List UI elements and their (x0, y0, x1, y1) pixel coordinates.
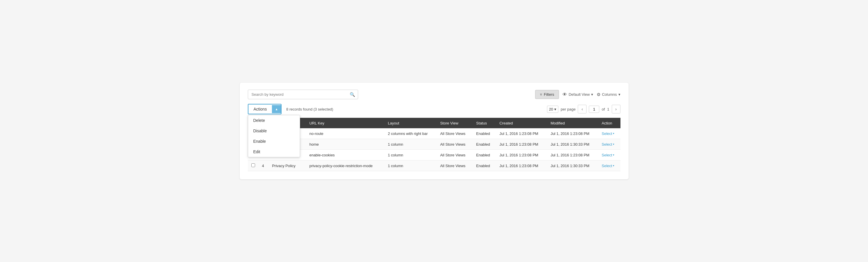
row-modified: Jul 1, 2016 1:30:33 PM (547, 139, 598, 150)
search-wrap: 🔍 (248, 90, 358, 99)
header-modified: Modified (547, 118, 598, 128)
row-status: Enabled (473, 128, 496, 139)
chevron-down-icon-cols: ▾ (618, 92, 620, 97)
toolbar: 🔍 ▿ Filters 👁 Default View ▾ ⚙ Columns ▾ (248, 90, 620, 99)
table-row: no-route 2 columns with right bar All St… (248, 128, 620, 139)
row-action: Select ▾ (598, 128, 620, 139)
row-modified: Jul 1, 2016 1:23:08 PM (547, 128, 598, 139)
row-created: Jul 1, 2016 1:23:08 PM (496, 160, 547, 171)
row-layout: 1 column (384, 160, 436, 171)
row-modified: Jul 1, 2016 1:30:33 PM (547, 160, 598, 171)
toolbar-right: ▿ Filters 👁 Default View ▾ ⚙ Columns ▾ (535, 90, 620, 99)
header-created: Created (496, 118, 547, 128)
select-action-button[interactable]: Select ▾ (601, 164, 614, 168)
select-caret-icon: ▾ (613, 164, 614, 167)
table-row: 4 Privacy Policy privacy-policy-cookie-r… (248, 160, 620, 171)
row-store-view: All Store Views (437, 150, 473, 160)
dropdown-item-delete[interactable]: Delete (248, 115, 300, 126)
row-store-view: All Store Views (437, 139, 473, 150)
actions-dropdown-wrap: Actions ▲ Delete Disable Enable Edit (248, 104, 282, 114)
filter-icon: ▿ (540, 92, 542, 97)
default-view-button[interactable]: 👁 Default View ▾ (562, 92, 593, 97)
actions-dropdown-menu: Delete Disable Enable Edit (248, 115, 300, 157)
row-status: Enabled (473, 139, 496, 150)
actions-row: Actions ▲ Delete Disable Enable Edit 8 r… (248, 104, 620, 114)
header-url-key: URL Key (306, 118, 384, 128)
row-layout: 2 columns with right bar (384, 128, 436, 139)
search-input[interactable] (248, 90, 358, 99)
chevron-down-icon: ▾ (591, 92, 593, 97)
select-caret-icon: ▾ (613, 132, 614, 135)
header-store-view: Store View (437, 118, 473, 128)
row-url-key: no-route (306, 128, 384, 139)
row-status: Enabled (473, 150, 496, 160)
data-table: # Title URL Key Layout Store View Status… (248, 118, 620, 171)
row-store-view: All Store Views (437, 128, 473, 139)
actions-caret-icon: ▲ (272, 105, 281, 113)
row-modified: Jul 1, 2016 1:23:08 PM (547, 150, 598, 160)
dropdown-item-disable[interactable]: Disable (248, 126, 300, 136)
row-layout: 1 column (384, 139, 436, 150)
filters-label: Filters (544, 92, 554, 97)
gear-icon: ⚙ (597, 92, 600, 97)
page-of-label: of (601, 107, 605, 111)
dropdown-item-enable[interactable]: Enable (248, 136, 300, 146)
page-input[interactable] (589, 106, 599, 113)
row-created: Jul 1, 2016 1:23:08 PM (496, 150, 547, 160)
row-num: 4 (258, 160, 269, 171)
header-layout: Layout (384, 118, 436, 128)
table-header-row: # Title URL Key Layout Store View Status… (248, 118, 620, 128)
select-action-button[interactable]: Select ▾ (601, 153, 614, 157)
select-caret-icon: ▾ (613, 154, 614, 156)
filters-button[interactable]: ▿ Filters (535, 90, 559, 99)
per-page-value: 20 (549, 107, 553, 111)
row-layout: 1 column (384, 150, 436, 160)
row-created: Jul 1, 2016 1:23:08 PM (496, 139, 547, 150)
row-status: Enabled (473, 160, 496, 171)
row-checkbox-cell (248, 160, 258, 171)
row-title: Privacy Policy (269, 160, 306, 171)
row-store-view: All Store Views (437, 160, 473, 171)
select-action-button[interactable]: Select ▾ (601, 142, 614, 146)
actions-label: Actions (248, 104, 272, 114)
header-action: Action (598, 118, 620, 128)
main-card: 🔍 ▿ Filters 👁 Default View ▾ ⚙ Columns ▾ (240, 83, 628, 179)
table-row: 3 Enable Cookies enable-cookies 1 column… (248, 150, 620, 160)
actions-left: Actions ▲ Delete Disable Enable Edit 8 r… (248, 104, 334, 114)
row-url-key: privacy-policy-cookie-restriction-mode (306, 160, 384, 171)
per-page-select[interactable]: 20 ▾ (547, 106, 558, 113)
columns-label: Columns (602, 92, 617, 97)
pagination: 20 ▾ per page ‹ of 1 › (547, 105, 620, 113)
select-caret-icon: ▾ (613, 143, 614, 146)
row-action: Select ▾ (598, 160, 620, 171)
page-total: 1 (607, 107, 609, 111)
row-action: Select ▾ (598, 150, 620, 160)
row-created: Jul 1, 2016 1:23:08 PM (496, 128, 547, 139)
row-url-key: home (306, 139, 384, 150)
actions-button[interactable]: Actions ▲ (248, 104, 282, 114)
default-view-label: Default View (568, 92, 590, 97)
prev-page-button[interactable]: ‹ (578, 105, 587, 113)
select-action-button[interactable]: Select ▾ (601, 131, 614, 136)
row-url-key: enable-cookies (306, 150, 384, 160)
columns-button[interactable]: ⚙ Columns ▾ (597, 92, 620, 97)
per-page-chevron: ▾ (554, 107, 556, 111)
table-row: home 1 column All Store Views Enabled Ju… (248, 139, 620, 150)
header-status: Status (473, 118, 496, 128)
row-checkbox[interactable] (251, 163, 255, 167)
next-page-button[interactable]: › (612, 105, 620, 113)
records-found: 8 records found (3 selected) (286, 107, 333, 111)
table-wrap: # Title URL Key Layout Store View Status… (248, 118, 620, 171)
per-page-label: per page (561, 107, 576, 111)
dropdown-item-edit[interactable]: Edit (248, 146, 300, 157)
eye-icon: 👁 (562, 92, 567, 97)
row-action: Select ▾ (598, 139, 620, 150)
